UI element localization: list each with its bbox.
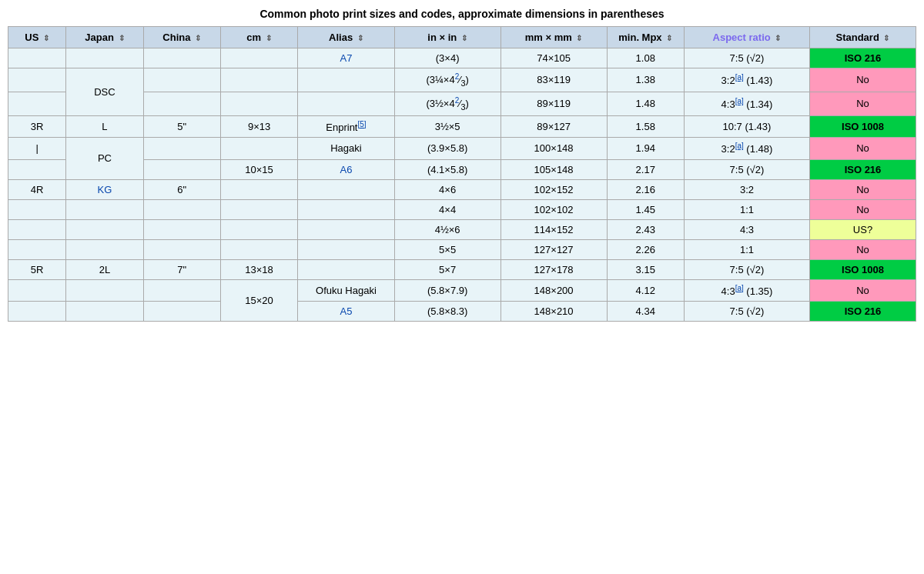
table-cell [66,239,143,259]
sort-icon-cm: ⇕ [266,34,272,42]
table-cell: 7:5 (√2) [684,301,809,321]
table-cell: 1.38 [607,68,684,92]
table-cell: 7:5 (√2) [684,259,809,279]
col-header-mm[interactable]: mm × mm ⇕ [500,27,607,48]
table-cell: 7:5 (√2) [684,159,809,179]
col-header-us[interactable]: US ⇕ [8,27,66,48]
table-cell: 7:5 (√2) [684,48,809,68]
table-cell: (5.8×7.9) [394,279,500,301]
table-cell: Ofuku Hagaki [298,279,394,301]
table-cell [298,68,394,92]
col-header-inin[interactable]: in × in ⇕ [394,27,500,48]
table-cell: (3½×42⁄3) [394,92,500,115]
table-cell: 9×13 [220,115,297,137]
table-cell: 3.15 [607,259,684,279]
table-cell: 15×20 [220,279,297,321]
table-cell: PC [66,138,143,179]
table-cell: 3:2 [684,179,809,199]
table-cell: (3×4) [394,48,500,68]
page-title: Common photo print sizes and codes, appr… [8,8,916,20]
table-cell: 4×4 [394,199,500,219]
table-cell: No [809,239,916,259]
table-cell: A7 [298,48,394,68]
col-header-standard[interactable]: Standard ⇕ [809,27,916,48]
table-cell: No [809,68,916,92]
table-cell [8,239,66,259]
table-cell: 1.45 [607,199,684,219]
table-cell: 1.08 [607,48,684,68]
table-cell: 2.17 [607,159,684,179]
table-cell: ISO 1008 [809,259,916,279]
col-header-alias[interactable]: Alias ⇕ [298,27,394,48]
table-row: 15×20Ofuku Hagaki(5.8×7.9)148×2004.124:3… [8,279,916,301]
table-cell: 1:1 [684,199,809,219]
sort-icon-mpx: ⇕ [666,34,672,42]
table-cell [220,138,297,159]
sort-icon-inin: ⇕ [461,34,467,42]
table-cell: 1.48 [607,92,684,115]
table-cell: 2.16 [607,179,684,199]
col-header-china[interactable]: China ⇕ [143,27,220,48]
table-cell: 2.43 [607,219,684,239]
table-cell [298,219,394,239]
table-cell: 3:2[a] (1.48) [684,138,809,159]
table-row: 4RKG6"4×6102×1522.163:2No [8,179,916,199]
table-cell [8,279,66,301]
table-cell: 2L [66,259,143,279]
table-cell [298,179,394,199]
table-cell: A6 [298,159,394,179]
table-cell: 5R [8,259,66,279]
sort-icon-japan: ⇕ [119,34,125,42]
table-cell: 4:3[a] (1.35) [684,279,809,301]
table-cell: | [8,138,66,159]
table-cell [143,199,220,219]
col-header-aspect-ratio[interactable]: Aspect ratio ⇕ [684,27,809,48]
col-header-cm[interactable]: cm ⇕ [220,27,297,48]
table-cell: 4.12 [607,279,684,301]
table-cell [220,68,297,92]
table-cell [143,301,220,321]
table-cell [8,68,66,92]
table-cell: 74×105 [500,48,607,68]
table-cell: 89×127 [500,115,607,137]
table-cell: A5 [298,301,394,321]
table-cell: 4×6 [394,179,500,199]
table-cell [66,199,143,219]
col-header-japan[interactable]: Japan ⇕ [66,27,143,48]
table-cell [220,92,297,115]
table-cell: 3:2[a] (1.43) [684,68,809,92]
sort-icon-mm: ⇕ [576,34,582,42]
photo-sizes-table: US ⇕ Japan ⇕ China ⇕ cm ⇕ Alias ⇕ in × i… [8,26,916,322]
table-row: A7(3×4)74×1051.087:5 (√2)ISO 216 [8,48,916,68]
table-cell: 83×119 [500,68,607,92]
table-cell: Enprint[5] [298,115,394,137]
table-cell: No [809,279,916,301]
table-cell: 3½×5 [394,115,500,137]
table-cell [8,219,66,239]
table-cell: (3.9×5.8) [394,138,500,159]
sort-icon-ar: ⇕ [775,34,781,42]
table-cell: 3R [8,115,66,137]
table-cell [8,199,66,219]
table-cell: (5.8×8.3) [394,301,500,321]
table-cell [143,68,220,92]
table-cell: 148×200 [500,279,607,301]
table-cell [220,199,297,219]
table-cell: 102×102 [500,199,607,219]
table-cell [298,199,394,219]
table-cell: 148×210 [500,301,607,321]
table-cell [66,219,143,239]
table-row: 4½×6114×1522.434:3US? [8,219,916,239]
table-cell: ISO 1008 [809,115,916,137]
col-header-mpx[interactable]: min. Mpx ⇕ [607,27,684,48]
table-cell: (3¼×42⁄3) [394,68,500,92]
table-cell [220,48,297,68]
table-cell: L [66,115,143,137]
table-cell [66,48,143,68]
table-cell: 114×152 [500,219,607,239]
table-cell: KG [66,179,143,199]
table-row: (3½×42⁄3)89×1191.484:3[a] (1.34)No [8,92,916,115]
table-row: 5×5127×1272.261:1No [8,239,916,259]
table-cell [8,48,66,68]
table-cell [220,179,297,199]
